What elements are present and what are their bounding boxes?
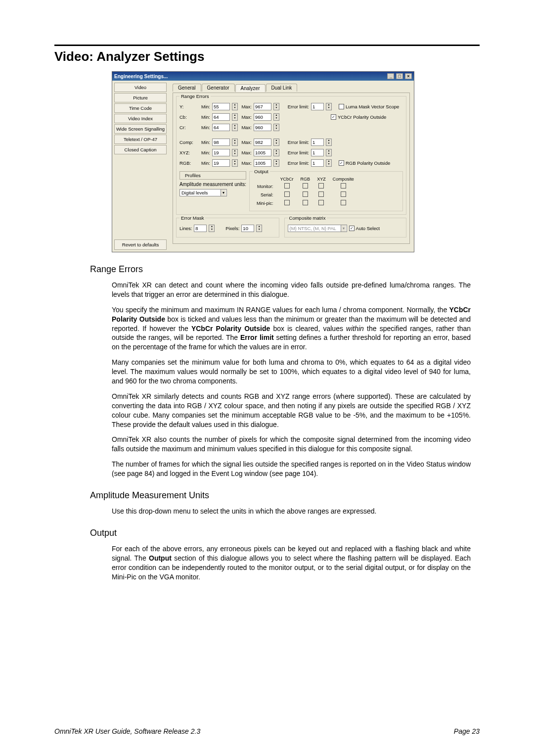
rgb-label: RGB: bbox=[179, 160, 196, 166]
page-title: Video: Analyzer Settings bbox=[54, 49, 480, 64]
page-footer: OmniTek XR User Guide, Software Release … bbox=[54, 727, 480, 735]
tab-general[interactable]: General bbox=[173, 84, 201, 92]
tabs: General Generator Analyzer Dual Link bbox=[173, 84, 410, 92]
spinner-icon[interactable]: ▲▼ bbox=[232, 103, 238, 110]
profiles-button[interactable]: Profiles bbox=[179, 171, 246, 180]
body-paragraph: OmniTek XR also counts the number of pix… bbox=[112, 435, 471, 454]
body-paragraph: OmniTek XR can detect and count where th… bbox=[112, 281, 471, 299]
sidebar-item-video[interactable]: Video bbox=[114, 83, 167, 92]
ycbcr-polarity-checkbox[interactable]: ✓YCbCr Polarity Outside bbox=[331, 114, 386, 120]
out-minipic-comp[interactable] bbox=[341, 200, 346, 205]
out-minipic-rgb[interactable] bbox=[303, 200, 308, 205]
spinner-icon[interactable]: ▲▼ bbox=[209, 225, 215, 232]
out-monitor-xyz[interactable] bbox=[318, 183, 324, 189]
sidebar-item-picture[interactable]: Picture bbox=[114, 93, 167, 102]
body-paragraph: You specify the minimum and maximum IN R… bbox=[112, 305, 471, 352]
spinner-icon[interactable]: ▲▼ bbox=[326, 149, 332, 156]
spinner-icon[interactable]: ▲▼ bbox=[326, 103, 332, 110]
spinner-icon[interactable]: ▲▼ bbox=[326, 159, 332, 167]
rgb-err-input[interactable]: 1 bbox=[311, 159, 324, 167]
cb-label: Cb: bbox=[179, 114, 196, 120]
spinner-icon[interactable]: ▲▼ bbox=[273, 113, 279, 121]
lines-input[interactable]: 8 bbox=[194, 225, 207, 232]
range-errors-heading: Range Errors bbox=[90, 264, 480, 275]
error-mask-group: Error Mask Lines: 8▲▼ Pixels: 10▲▼ bbox=[176, 218, 279, 237]
out-serial-rgb[interactable] bbox=[303, 191, 308, 197]
cr-max-input[interactable]: 960 bbox=[254, 124, 271, 131]
spinner-icon[interactable]: ▲▼ bbox=[273, 124, 279, 131]
comp-min-input[interactable]: 98 bbox=[212, 139, 230, 146]
amu-heading: Amplitude Measurement Units bbox=[90, 490, 480, 501]
body-paragraph: For each of the above errors, any errone… bbox=[112, 544, 471, 582]
range-errors-group: Range Errors Y: Min: 55▲▼ Max: 967▲▼ Err… bbox=[176, 96, 406, 215]
sidebar: Video Picture Time Code Video Index Wide… bbox=[112, 81, 169, 252]
spinner-icon[interactable]: ▲▼ bbox=[232, 149, 238, 156]
out-monitor-ycbcr[interactable] bbox=[284, 183, 290, 189]
cb-max-input[interactable]: 960 bbox=[254, 113, 271, 121]
body-paragraph: Use this drop-down menu to select the un… bbox=[112, 507, 471, 516]
body-paragraph: OmniTek XR similarly detects and counts … bbox=[112, 392, 471, 429]
tab-duallink[interactable]: Dual Link bbox=[266, 84, 298, 92]
xyz-label: XYZ: bbox=[179, 150, 196, 155]
rgb-max-input[interactable]: 1005 bbox=[254, 159, 271, 167]
sidebar-item-teletext[interactable]: Teletext / OP-47 bbox=[114, 135, 167, 144]
spinner-icon[interactable]: ▲▼ bbox=[273, 103, 279, 110]
out-minipic-ycbcr[interactable] bbox=[284, 200, 290, 205]
spinner-icon[interactable]: ▲▼ bbox=[232, 113, 238, 121]
out-serial-comp[interactable] bbox=[341, 191, 346, 197]
tab-analyzer[interactable]: Analyzer bbox=[235, 84, 266, 92]
out-monitor-rgb[interactable] bbox=[303, 183, 308, 189]
body-paragraph: The number of frames for which the signa… bbox=[112, 460, 471, 478]
pixels-input[interactable]: 10 bbox=[241, 225, 254, 232]
comp-label: Comp: bbox=[179, 140, 196, 145]
sidebar-item-videoindex[interactable]: Video Index bbox=[114, 114, 167, 123]
window-title: Engineering Settings... bbox=[114, 74, 168, 79]
out-serial-ycbcr[interactable] bbox=[284, 191, 290, 197]
rgb-polarity-checkbox[interactable]: ✓RGB Polarity Outside bbox=[339, 160, 390, 166]
tab-generator[interactable]: Generator bbox=[202, 84, 235, 92]
xyz-max-input[interactable]: 1005 bbox=[254, 149, 271, 156]
output-heading: Output bbox=[90, 528, 480, 538]
sidebar-item-cc[interactable]: Closed Caption bbox=[114, 145, 167, 154]
composite-matrix-group: Composite matrix (M) NTSC, (M, N) PAL ✓A… bbox=[284, 218, 406, 237]
spinner-icon[interactable]: ▲▼ bbox=[256, 225, 262, 232]
cr-label: Cr: bbox=[179, 125, 196, 130]
out-minipic-xyz[interactable] bbox=[318, 200, 324, 205]
cb-min-input[interactable]: 64 bbox=[212, 113, 230, 121]
xyz-min-input[interactable]: 19 bbox=[212, 149, 230, 156]
spinner-icon[interactable]: ▲▼ bbox=[326, 139, 332, 146]
y-err-input[interactable]: 1 bbox=[311, 103, 324, 110]
comp-err-input[interactable]: 1 bbox=[311, 139, 324, 146]
body-paragraph: Many companies set the minimum value for… bbox=[112, 358, 471, 386]
amu-label: Amplitude measurement units: bbox=[179, 182, 246, 187]
cr-min-input[interactable]: 64 bbox=[212, 124, 230, 131]
spinner-icon[interactable]: ▲▼ bbox=[232, 139, 238, 146]
xyz-err-input[interactable]: 1 bbox=[311, 149, 324, 156]
out-serial-xyz[interactable] bbox=[318, 191, 324, 197]
spinner-icon[interactable]: ▲▼ bbox=[273, 139, 279, 146]
y-min-input[interactable]: 55 bbox=[212, 103, 230, 110]
out-monitor-comp[interactable] bbox=[341, 183, 346, 189]
spinner-icon[interactable]: ▲▼ bbox=[273, 149, 279, 156]
close-icon[interactable]: × bbox=[405, 73, 412, 79]
spinner-icon[interactable]: ▲▼ bbox=[273, 159, 279, 167]
settings-window: Engineering Settings... _ □ × Video Pict… bbox=[112, 71, 414, 252]
minimize-icon[interactable]: _ bbox=[387, 73, 394, 79]
maximize-icon[interactable]: □ bbox=[396, 73, 403, 79]
revert-button[interactable]: Revert to defaults bbox=[114, 239, 167, 250]
auto-select-checkbox[interactable]: ✓Auto Select bbox=[349, 226, 380, 231]
y-label: Y: bbox=[179, 104, 196, 109]
output-group: Output YCbCr RGB XYZ Composite Monitor: bbox=[249, 171, 403, 211]
y-max-input[interactable]: 967 bbox=[254, 103, 271, 110]
composite-dropdown[interactable]: (M) NTSC, (M, N) PAL bbox=[288, 225, 347, 232]
luma-mask-checkbox[interactable]: Luma Mask Vector Scope bbox=[339, 104, 399, 109]
sidebar-item-wss[interactable]: Wide Screen Signalling bbox=[114, 124, 167, 134]
amu-dropdown[interactable]: Digital levels bbox=[179, 189, 227, 196]
spinner-icon[interactable]: ▲▼ bbox=[232, 159, 238, 167]
comp-max-input[interactable]: 982 bbox=[254, 139, 271, 146]
rgb-min-input[interactable]: 19 bbox=[212, 159, 230, 167]
spinner-icon[interactable]: ▲▼ bbox=[232, 124, 238, 131]
sidebar-item-timecode[interactable]: Time Code bbox=[114, 103, 167, 113]
